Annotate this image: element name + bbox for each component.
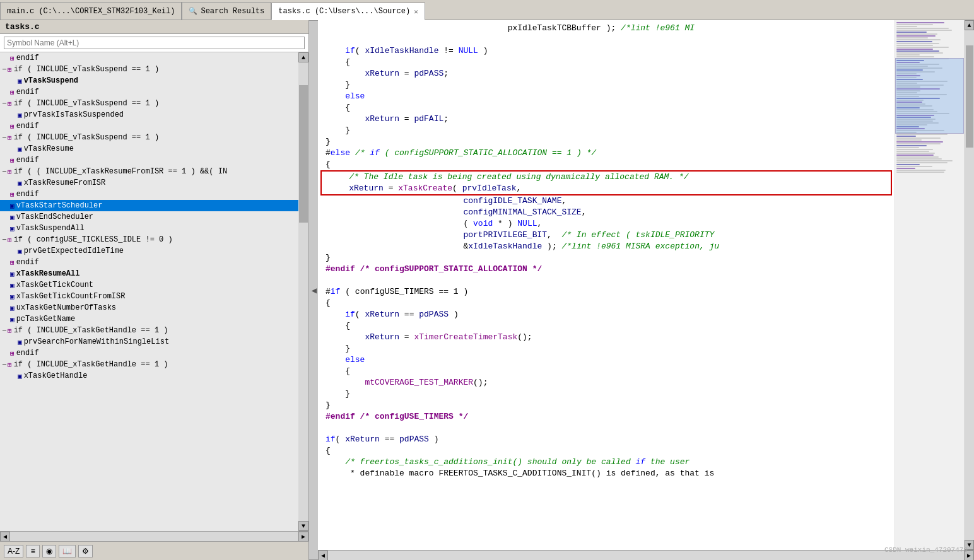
- list-item[interactable]: ─⊞if ( INCLUDE_vTaskSuspend == 1 ): [0, 132, 298, 143]
- right-hscroll-left[interactable]: ◀: [318, 551, 328, 561]
- code-line: #else /* if ( configSUPPORT_STATIC_ALLOC…: [318, 148, 895, 159]
- list-item[interactable]: ⊞endif: [0, 86, 298, 98]
- tab-main[interactable]: main.c (C:\...\CORTEX_STM32F103_Keil): [0, 2, 182, 20]
- code-line: /* The Idle task is being created using …: [322, 172, 891, 183]
- tree-container[interactable]: ⊞endif─⊞if ( INCLUDE_vTaskSuspend == 1 )…: [0, 52, 298, 531]
- list-item[interactable]: ─⊞if ( INCLUDE_xTaskGetHandle == 1 ): [0, 359, 298, 370]
- right-scrollbar[interactable]: ▲ ▼: [964, 20, 974, 550]
- list-item[interactable]: ▣uxTaskGetNumberOfTasks: [0, 302, 298, 313]
- list-item[interactable]: ▣vTaskEndScheduler: [0, 211, 298, 223]
- code-line: * definable macro FREERTOS_TASKS_C_ADDIT…: [318, 468, 895, 479]
- code-line: ( void * ) NULL,: [318, 218, 895, 230]
- list-item[interactable]: ─⊞if ( configUSE_TICKLESS_IDLE != 0 ): [0, 234, 298, 245]
- code-line: {: [318, 102, 895, 114]
- highlight-box: /* The Idle task is being created using …: [320, 170, 892, 195]
- tab-bar: main.c (C:\...\CORTEX_STM32F103_Keil) 🔍 …: [0, 0, 974, 20]
- list-item[interactable]: ▣prvTaskIsTaskSuspended: [0, 109, 298, 120]
- list-item[interactable]: ▣vTaskSuspendAll: [0, 223, 298, 234]
- list-item[interactable]: ▣xTaskResumeAll: [0, 268, 298, 279]
- left-toolbar: A-Z ≡ ◉ 📖 ⚙: [0, 541, 308, 560]
- list-item[interactable]: ⊞endif: [0, 120, 298, 132]
- vscroll-track[interactable]: [298, 62, 308, 521]
- left-panel-title-text: tasks.c: [5, 22, 40, 32]
- code-line: else: [318, 354, 895, 366]
- list-item[interactable]: ⊞endif: [0, 347, 298, 359]
- list-item[interactable]: ▣prvSearchForNameWithinSingleList: [0, 336, 298, 347]
- list-item[interactable]: ─⊞if ( INCLUDE_vTaskSuspend == 1 ): [0, 98, 298, 109]
- panel-collapse-btn[interactable]: ◀: [309, 20, 318, 560]
- list-item[interactable]: ⊞endif: [0, 189, 298, 200]
- code-line: }: [318, 125, 895, 136]
- code-line: if( xReturn == pdPASS ): [318, 434, 895, 445]
- right-hscroll[interactable]: ◀ ▶: [318, 550, 974, 560]
- search-box: [0, 34, 308, 52]
- vscroll-down-btn[interactable]: ▼: [298, 521, 308, 531]
- code-line: }: [318, 343, 895, 354]
- left-vscrollbar[interactable]: ▲ ▼: [298, 52, 308, 531]
- code-line: {: [318, 298, 895, 309]
- list-item[interactable]: ▣xTaskGetTickCountFromISR: [0, 291, 298, 302]
- sort-az-button[interactable]: A-Z: [4, 545, 23, 557]
- right-vscroll-thumb: [966, 45, 973, 148]
- code-line: xReturn = pdPASS;: [318, 68, 895, 79]
- tab-tasks[interactable]: tasks.c (C:\Users\...\Source) ✕: [271, 3, 425, 20]
- code-line: configMINIMAL_STACK_SIZE,: [318, 207, 895, 218]
- vscroll-up-btn[interactable]: ▲: [298, 52, 308, 62]
- tab-tasks-close[interactable]: ✕: [414, 8, 418, 16]
- code-line: if( xIdleTaskHandle != NULL ): [318, 45, 895, 57]
- code-line: {: [318, 57, 895, 68]
- code-line: }: [318, 79, 895, 91]
- list-item[interactable]: ▣prvGetExpectedIdleTime: [0, 245, 298, 257]
- vscroll-thumb: [299, 85, 308, 223]
- list-item[interactable]: ▣pcTaskGetName: [0, 313, 298, 325]
- tab-search-label: Search Results: [201, 7, 264, 16]
- code-line: mtCOVERAGE_TEST_MARKER();: [318, 377, 895, 388]
- left-hscroll[interactable]: ◀ ▶: [0, 531, 308, 541]
- list-item[interactable]: ─⊞if ( INCLUDE_xTaskGetHandle == 1 ): [0, 325, 298, 336]
- code-line: /* freertos_tasks_c_additions_init() sho…: [318, 457, 895, 468]
- code-editor: pxIdleTaskTCBBuffer ); /*lint !e961 MI i…: [318, 20, 974, 550]
- settings-button[interactable]: ⚙: [78, 545, 93, 557]
- panel-scroll-area: ⊞endif─⊞if ( INCLUDE_vTaskSuspend == 1 )…: [0, 52, 308, 531]
- list-item[interactable]: ─⊞if ( INCLUDE_vTaskSuspend == 1 ): [0, 64, 298, 75]
- list-view-button[interactable]: ≡: [26, 545, 40, 557]
- list-item[interactable]: ▣vTaskStartScheduler: [0, 200, 298, 211]
- code-line: {: [318, 159, 895, 170]
- hscroll-right-btn[interactable]: ▶: [298, 532, 308, 542]
- search-input[interactable]: [4, 37, 305, 49]
- code-line: #endif /* configSUPPORT_STATIC_ALLOCATIO…: [318, 264, 895, 275]
- list-item[interactable]: ─⊞if ( ( INCLUDE_xTaskResumeFromISR == 1…: [0, 166, 298, 177]
- scope-button[interactable]: ◉: [42, 545, 56, 557]
- right-hscroll-track[interactable]: [328, 551, 964, 561]
- hscroll-left-btn[interactable]: ◀: [0, 532, 10, 542]
- code-area[interactable]: pxIdleTaskTCBBuffer ); /*lint !e961 MI i…: [318, 20, 895, 550]
- watermark: CSDN weixin_47207479: [884, 546, 968, 554]
- list-item[interactable]: ▣xTaskGetTickCount: [0, 279, 298, 291]
- book-button[interactable]: 📖: [59, 545, 76, 557]
- list-item[interactable]: ⊞endif: [0, 155, 298, 166]
- list-item[interactable]: ⊞endif: [0, 257, 298, 268]
- hscroll-track[interactable]: [10, 532, 298, 542]
- code-line: xReturn = xTaskCreate( prvIdleTask,: [322, 183, 891, 194]
- right-vscroll-up[interactable]: ▲: [965, 20, 974, 30]
- list-item[interactable]: ⊞endif: [0, 52, 298, 64]
- tab-main-label: main.c (C:\...\CORTEX_STM32F103_Keil): [7, 7, 175, 16]
- code-line: configIDLE_TASK_NAME,: [318, 195, 895, 207]
- code-line: {: [318, 320, 895, 332]
- minimap-viewport: [895, 58, 964, 134]
- code-line: }: [318, 388, 895, 400]
- right-panel: pxIdleTaskTCBBuffer ); /*lint !e961 MI i…: [318, 20, 974, 560]
- code-line: portPRIVILEGE_BIT, /* In effect ( tskIDL…: [318, 230, 895, 241]
- list-item[interactable]: ▣xTaskResumeFromISR: [0, 177, 298, 189]
- main-layout: tasks.c ⊞endif─⊞if ( INCLUDE_vTaskSuspen…: [0, 20, 974, 560]
- list-item[interactable]: ▣vTaskResume: [0, 143, 298, 155]
- code-line: else: [318, 91, 895, 102]
- tab-tasks-label: tasks.c (C:\Users\...\Source): [278, 7, 410, 16]
- right-vscroll-track[interactable]: [965, 30, 974, 540]
- search-tab-icon: 🔍: [189, 7, 197, 15]
- list-item[interactable]: ▣xTaskGetHandle: [0, 370, 298, 382]
- tab-search[interactable]: 🔍 Search Results: [182, 2, 271, 20]
- code-line: pxIdleTaskTCBBuffer ); /*lint !e961 MI: [318, 23, 895, 34]
- list-item[interactable]: ▣vTaskSuspend: [0, 75, 298, 86]
- code-line: #if ( configUSE_TIMERS == 1 ): [318, 286, 895, 298]
